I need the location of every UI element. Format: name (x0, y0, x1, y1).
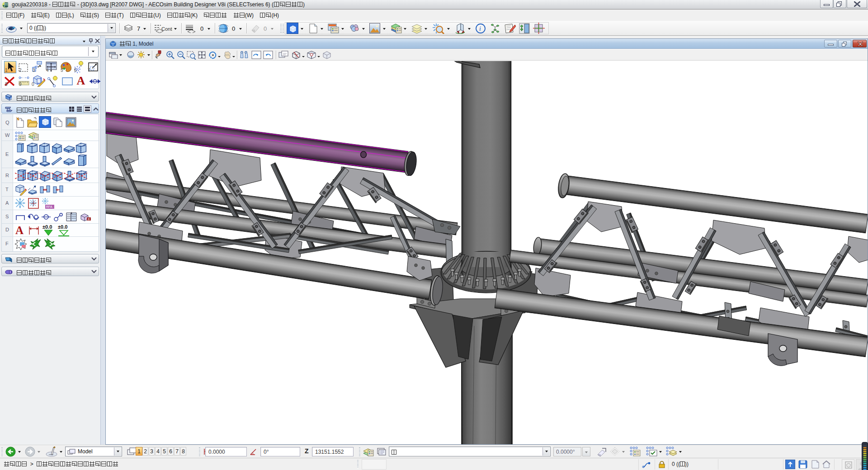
svg-text:i: i (479, 25, 481, 32)
svg-text:±0.0: ±0.0 (58, 224, 67, 230)
svg-text:±0.0: ±0.0 (42, 224, 52, 230)
svg-text:RFA: RFA (46, 205, 52, 208)
svg-text:.8: .8 (87, 218, 90, 221)
svg-text:Conti: Conti (161, 26, 172, 32)
